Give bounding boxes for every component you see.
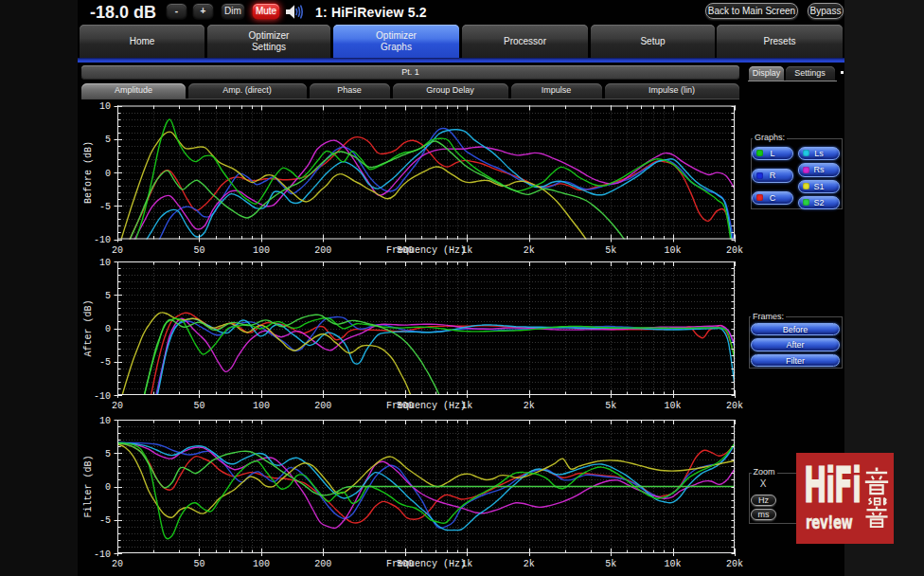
tab-label: Home [107,36,177,47]
xtick-label: 20k [726,401,743,411]
app-title: 1: HiFiReview 5.2 [315,2,427,23]
curve-after-Rs [144,318,735,463]
sidebar-tab-display[interactable]: Display [749,66,784,81]
channel-color-dot-R [756,172,763,179]
channel-button-Rs[interactable]: Rs [798,163,840,177]
y-axis-title: Filter (dB) [83,455,94,517]
ytick-label: 0 [105,482,111,493]
xtick-label: 5k [605,245,616,256]
subtab-group-delay[interactable]: Group Delay [393,83,508,99]
channel-color-dot-S2 [803,199,809,206]
channel-button-L[interactable]: L [752,147,793,161]
logo-chinese-characters [864,467,889,528]
frames-fieldset-label: Frames: [751,313,786,321]
channel-color-dot-Ls [803,150,809,156]
subtab-phase[interactable]: Phase [310,83,390,99]
frequency-response-plots[interactable]: 1050-5-1020501002005001k2k5k10k20kFreque… [81,99,748,576]
channel-label: C [770,193,776,203]
subtab-impulse[interactable]: Impulse [511,83,602,99]
ytick-label: -10 [94,235,111,245]
sidebar-tab-baseline [748,81,837,81]
channel-color-dot-S1 [803,183,809,189]
tab-home[interactable]: Home [80,25,204,58]
channel-label: Ls [814,149,824,158]
x-axis-title: Frequency (Hz) [386,559,466,569]
xtick-label: 2k [524,245,535,256]
channel-label: Rs [814,165,825,174]
channel-label: S1 [813,182,824,191]
volume-down-button[interactable]: - [166,3,187,20]
tab-underline [78,58,844,63]
tab-optimizer-settings[interactable]: Optimizer Settings [207,25,330,58]
frame-button-after[interactable]: After [751,338,840,351]
ytick-label: -5 [99,515,111,526]
y-axis-title: After (dB) [83,299,94,356]
xtick-label: 200 [314,559,331,569]
tab-processor[interactable]: Processor [462,25,588,58]
plot-before: 1050-5-1020501002005001k2k5k10k20kFreque… [83,101,743,304]
volume-up-button[interactable]: + [192,3,214,20]
point-selector-bar[interactable]: Pt. 1 [81,65,739,80]
channel-button-R[interactable]: R [752,169,793,183]
xtick-label: 200 [314,401,331,411]
zoom-axis-label: X [755,478,771,489]
frame-button-filter[interactable]: Filter [751,354,840,368]
channel-button-Ls[interactable]: Ls [798,147,840,161]
x-axis-title: Frequency (Hz) [386,401,466,411]
y-axis-title: Before (dB) [83,141,94,204]
ytick-label: -10 [94,549,111,560]
tab-optimizer-graphs[interactable]: Optimizer Graphs [333,25,459,58]
channel-button-S2[interactable]: S2 [798,196,840,210]
ytick-label: 0 [105,169,111,179]
subtab-amplitude[interactable]: Amplitude [81,83,186,99]
channel-label: R [770,171,776,180]
screen: -18.0 dB - + Dim Mute 1: HiFiReview 5.2 … [0,0,924,576]
resize-grip-dot [841,71,844,74]
app-window: -18.0 dB - + Dim Mute 1: HiFiReview 5.2 … [78,0,844,576]
zoom-unit-hz-button[interactable]: Hz [751,495,776,506]
volume-level: -18.0 dB [90,1,166,24]
channel-color-dot-Rs [803,167,809,173]
tab-setup[interactable]: Setup [591,25,715,58]
xtick-label: 2k [524,559,535,569]
channel-label: L [770,149,774,158]
xtick-label: 50 [193,245,204,256]
mute-button[interactable]: Mute [252,3,280,20]
subtab-amp-direct[interactable]: Amp. (direct) [188,83,307,99]
sidebar-tab-settings[interactable]: Settings [786,66,835,81]
xtick-label: 50 [193,401,204,411]
graphs-fieldset-label: Graphs: [753,134,787,142]
channel-color-dot-L [756,150,763,156]
ytick-label: -10 [94,391,111,402]
logo-hifi-text: HiFi [804,461,873,512]
plot-filter: 1050-5-1020501002005001k2k5k10k20kFreque… [83,416,743,570]
x-axis-title: Frequency (Hz) [386,245,466,256]
xtick-label: 20 [112,245,123,256]
ytick-label: 10 [99,101,111,112]
channel-button-C[interactable]: C [752,191,793,206]
ytick-label: 5 [105,291,111,301]
zoom-unit-ms-button[interactable]: ms [751,509,776,520]
channel-color-dot-C [756,194,763,201]
dim-button[interactable]: Dim [221,3,245,20]
curve-after-C [133,313,735,471]
channel-button-S1[interactable]: S1 [798,180,840,194]
logo-review-text: rev!ew [806,512,872,532]
channel-label: S2 [813,198,824,207]
ytick-label: 10 [99,258,111,268]
tab-label: Optimizer Graphs [362,30,432,53]
tab-label: Setup [618,36,688,47]
frame-button-before[interactable]: Before [751,323,840,336]
bypass-button[interactable]: Bypass [808,3,844,19]
xtick-label: 10k [665,401,682,411]
ytick-label: 10 [99,416,111,426]
back-to-main-screen-button[interactable]: Back to Main Screen [705,3,798,19]
tab-presets[interactable]: Presets [717,25,843,58]
xtick-label: 100 [253,559,270,569]
xtick-label: 20k [726,245,743,256]
curve-before-S1 [117,132,597,259]
subtab-impulse-lin[interactable]: Impulse (lin) [605,83,739,99]
ytick-label: 0 [105,324,111,334]
xtick-label: 2k [524,401,535,411]
xtick-label: 5k [605,559,616,569]
